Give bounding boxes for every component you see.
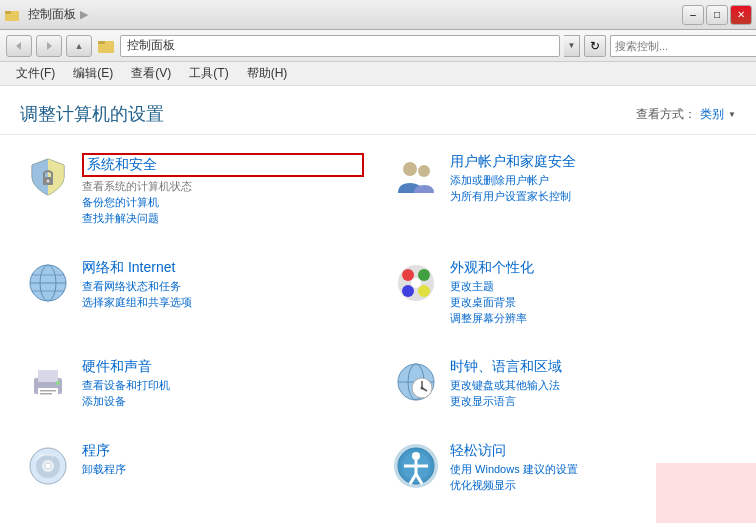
programs-icon — [24, 442, 72, 490]
svg-rect-5 — [98, 41, 105, 44]
forward-button[interactable] — [36, 35, 62, 57]
hardware-link-1[interactable]: 添加设备 — [82, 394, 364, 409]
accessibility-icon — [392, 442, 440, 490]
view-option-button[interactable]: 类别 — [700, 106, 724, 123]
system-security-link-2[interactable]: 查找并解决问题 — [82, 211, 364, 226]
up-button[interactable]: ▲ — [66, 35, 92, 57]
accessibility-title[interactable]: 轻松访问 — [450, 442, 732, 460]
appearance-links: 更改主题 更改桌面背景 调整屏幕分辨率 — [450, 279, 732, 326]
clock-info: 时钟、语言和区域 更改键盘或其他输入法 更改显示语言 — [450, 358, 732, 409]
close-button[interactable]: ✕ — [730, 5, 752, 25]
svg-point-11 — [418, 165, 430, 177]
title-bar-left: 控制面板 ▶ — [4, 6, 88, 23]
clock-icon — [392, 358, 440, 406]
maximize-button[interactable]: □ — [706, 5, 728, 25]
menu-tools[interactable]: 工具(T) — [181, 63, 236, 84]
appearance-link-2[interactable]: 调整屏幕分辨率 — [450, 311, 732, 326]
address-folder-icon — [96, 36, 116, 56]
svg-point-19 — [418, 269, 430, 281]
svg-rect-1 — [5, 11, 11, 14]
view-label: 查看方式： — [636, 106, 696, 123]
svg-rect-26 — [40, 390, 56, 392]
programs-info: 程序 卸载程序 — [82, 442, 364, 477]
back-button[interactable] — [6, 35, 32, 57]
category-user-accounts[interactable]: 用户帐户和家庭安全 添加或删除用户帐户 为所有用户设置家长控制 — [388, 145, 736, 247]
user-accounts-link-1[interactable]: 为所有用户设置家长控制 — [450, 189, 732, 204]
network-link-0[interactable]: 查看网络状态和任务 — [82, 279, 364, 294]
menu-help[interactable]: 帮助(H) — [239, 63, 296, 84]
clock-link-0[interactable]: 更改键盘或其他输入法 — [450, 378, 732, 393]
system-security-link-0[interactable]: 查看系统的计算机状态 — [82, 179, 364, 194]
programs-link-0[interactable]: 卸载程序 — [82, 462, 364, 477]
network-links: 查看网络状态和任务 选择家庭组和共享选项 — [82, 279, 364, 310]
folder-icon — [4, 7, 20, 23]
hardware-icon — [24, 358, 72, 406]
appearance-link-1[interactable]: 更改桌面背景 — [450, 295, 732, 310]
refresh-button[interactable]: ↻ — [584, 35, 606, 57]
clock-link-1[interactable]: 更改显示语言 — [450, 394, 732, 409]
address-path[interactable]: 控制面板 — [120, 35, 560, 57]
svg-point-22 — [411, 278, 421, 288]
pink-artifact — [656, 463, 756, 523]
breadcrumb-arrow: ▶ — [80, 8, 88, 21]
hardware-link-0[interactable]: 查看设备和打印机 — [82, 378, 364, 393]
categories-grid: 系统和安全 查看系统的计算机状态 备份您的计算机 查找并解决问题 — [0, 135, 756, 523]
user-accounts-link-0[interactable]: 添加或删除用户帐户 — [450, 173, 732, 188]
programs-links: 卸载程序 — [82, 462, 364, 477]
svg-rect-24 — [38, 370, 58, 382]
menu-bar: 文件(F) 编辑(E) 查看(V) 工具(T) 帮助(H) — [0, 62, 756, 86]
view-options: 查看方式： 类别 ▼ — [636, 106, 736, 123]
clock-title[interactable]: 时钟、语言和区域 — [450, 358, 732, 376]
svg-marker-2 — [16, 42, 21, 50]
address-dropdown-button[interactable]: ▼ — [564, 35, 580, 57]
svg-point-21 — [418, 285, 430, 297]
category-clock[interactable]: 时钟、语言和区域 更改键盘或其他输入法 更改显示语言 — [388, 350, 736, 430]
clock-links: 更改键盘或其他输入法 更改显示语言 — [450, 378, 732, 409]
hardware-links: 查看设备和打印机 添加设备 — [82, 378, 364, 409]
svg-rect-27 — [40, 393, 52, 395]
system-security-links: 查看系统的计算机状态 备份您的计算机 查找并解决问题 — [82, 179, 364, 226]
svg-point-18 — [402, 269, 414, 281]
svg-point-28 — [56, 381, 60, 385]
svg-point-20 — [402, 285, 414, 297]
address-bar: ▲ 控制面板 ▼ ↻ — [0, 30, 756, 62]
search-input[interactable] — [610, 35, 756, 57]
hardware-title[interactable]: 硬件和声音 — [82, 358, 364, 376]
appearance-info: 外观和个性化 更改主题 更改桌面背景 调整屏幕分辨率 — [450, 259, 732, 326]
title-bar-buttons: – □ ✕ — [682, 5, 752, 25]
menu-edit[interactable]: 编辑(E) — [65, 63, 121, 84]
network-info: 网络和 Internet 查看网络状态和任务 选择家庭组和共享选项 — [82, 259, 364, 310]
title-bar-text: 控制面板 — [28, 6, 76, 23]
system-security-icon — [24, 153, 72, 201]
user-accounts-links: 添加或删除用户帐户 为所有用户设置家长控制 — [450, 173, 732, 204]
svg-marker-3 — [47, 42, 52, 50]
system-security-title[interactable]: 系统和安全 — [82, 153, 364, 177]
svg-rect-25 — [38, 388, 58, 396]
content-header: 调整计算机的设置 查看方式： 类别 ▼ — [0, 86, 756, 135]
category-network[interactable]: 网络和 Internet 查看网络状态和任务 选择家庭组和共享选项 — [20, 251, 368, 347]
hardware-info: 硬件和声音 查看设备和打印机 添加设备 — [82, 358, 364, 409]
svg-point-42 — [412, 452, 420, 460]
network-link-1[interactable]: 选择家庭组和共享选项 — [82, 295, 364, 310]
appearance-link-0[interactable]: 更改主题 — [450, 279, 732, 294]
system-security-info: 系统和安全 查看系统的计算机状态 备份您的计算机 查找并解决问题 — [82, 153, 364, 226]
appearance-title[interactable]: 外观和个性化 — [450, 259, 732, 277]
category-system-security[interactable]: 系统和安全 查看系统的计算机状态 备份您的计算机 查找并解决问题 — [20, 145, 368, 247]
network-title[interactable]: 网络和 Internet — [82, 259, 364, 277]
user-accounts-title[interactable]: 用户帐户和家庭安全 — [450, 153, 732, 171]
menu-view[interactable]: 查看(V) — [123, 63, 179, 84]
svg-point-39 — [45, 463, 51, 469]
category-appearance[interactable]: 外观和个性化 更改主题 更改桌面背景 调整屏幕分辨率 — [388, 251, 736, 347]
menu-file[interactable]: 文件(F) — [8, 63, 63, 84]
minimize-button[interactable]: – — [682, 5, 704, 25]
system-security-link-1[interactable]: 备份您的计算机 — [82, 195, 364, 210]
appearance-icon — [392, 259, 440, 307]
search-box — [610, 35, 750, 57]
network-icon — [24, 259, 72, 307]
user-accounts-info: 用户帐户和家庭安全 添加或删除用户帐户 为所有用户设置家长控制 — [450, 153, 732, 204]
view-dropdown-icon[interactable]: ▼ — [728, 110, 736, 119]
title-bar: 控制面板 ▶ – □ ✕ — [0, 0, 756, 30]
category-programs[interactable]: 程序 卸载程序 — [20, 434, 368, 514]
category-hardware[interactable]: 硬件和声音 查看设备和打印机 添加设备 — [20, 350, 368, 430]
programs-title[interactable]: 程序 — [82, 442, 364, 460]
